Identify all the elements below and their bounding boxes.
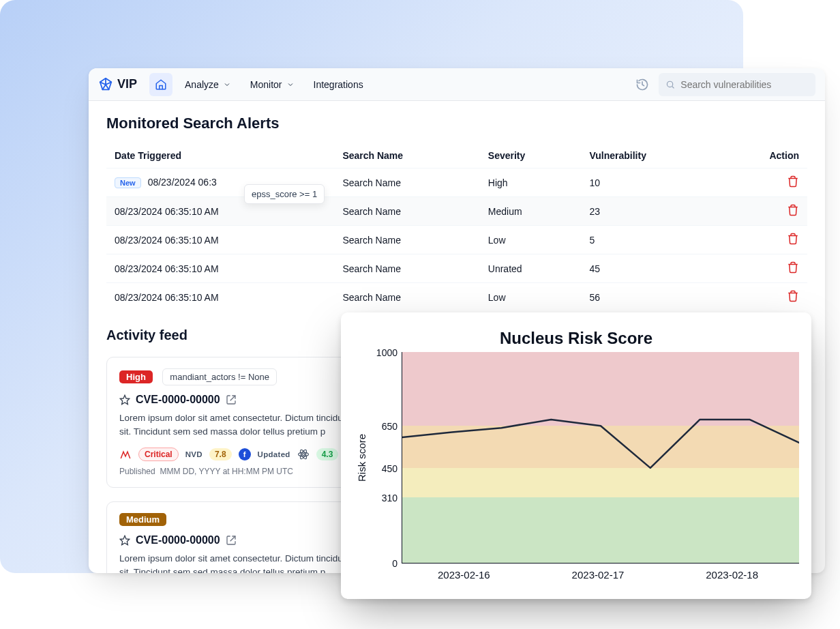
- search-icon: [665, 79, 675, 90]
- cell-severity: Low: [480, 226, 582, 254]
- external-link-icon[interactable]: [226, 394, 237, 405]
- col-date: Date Triggered: [106, 143, 334, 169]
- chart-ytick: 0: [392, 558, 397, 569]
- cell-vuln: 5: [581, 226, 720, 254]
- chevron-down-icon: [223, 81, 231, 89]
- svg-marker-7: [120, 536, 129, 544]
- page-title: Monitored Search Alerts: [106, 115, 807, 132]
- nvd-label: NVD: [185, 450, 202, 458]
- chart-xaxis: 2023-02-162023-02-172023-02-18: [353, 569, 799, 581]
- svg-point-0: [667, 81, 672, 87]
- search-input[interactable]: [680, 79, 809, 90]
- nav-analyze-label: Analyze: [185, 79, 219, 90]
- history-icon[interactable]: [635, 78, 649, 91]
- cell-date: 08/23/2024 06:35:10 AM: [106, 283, 334, 312]
- brand-logo: VIP: [98, 77, 137, 92]
- updated-label: Updated: [258, 450, 290, 458]
- cell-severity: Low: [480, 283, 582, 312]
- external-link-icon[interactable]: [226, 535, 237, 546]
- chart-ytick: 310: [382, 493, 397, 503]
- col-severity: Severity: [480, 143, 582, 169]
- chart-line: [402, 352, 799, 563]
- cell-date: 08/23/2024 06:35:10 AM: [106, 254, 334, 283]
- cell-severity: Unrated: [480, 254, 582, 283]
- alerts-table: Date Triggered Search Name Severity Vuln…: [106, 143, 807, 311]
- source-icon: f: [239, 448, 251, 460]
- chart-ytick: 650: [382, 421, 397, 432]
- cell-severity: High: [480, 169, 582, 197]
- chart-card: Nucleus Risk Score Risk score 0310450650…: [341, 312, 811, 599]
- green-score-pill: 4.3: [316, 448, 339, 460]
- chevron-down-icon: [286, 81, 295, 89]
- severity-pill: Medium: [119, 513, 166, 526]
- svg-marker-2: [120, 395, 129, 404]
- search-box[interactable]: [659, 73, 815, 96]
- col-name: Search Name: [334, 143, 479, 169]
- nav-integrations-label: Integrations: [314, 79, 363, 90]
- chart-ytick: 450: [382, 463, 397, 474]
- cell-date: 08/23/2024 06:3: [148, 177, 217, 188]
- cell-vuln: 56: [581, 283, 720, 312]
- trash-icon[interactable]: [787, 290, 799, 302]
- atom-icon: [297, 448, 310, 460]
- nav-monitor[interactable]: Monitor: [243, 74, 301, 96]
- table-row[interactable]: 08/23/2024 06:35:10 AM Search Name Low 5…: [106, 283, 807, 312]
- nvd-score-pill: 7.8: [209, 448, 232, 460]
- top-nav: VIP Analyze Monitor Integrations: [89, 68, 825, 101]
- cell-vuln: 23: [581, 197, 720, 226]
- chart-xtick: 2023-02-16: [438, 569, 490, 581]
- svg-point-4: [298, 452, 308, 456]
- cve-id[interactable]: CVE-0000-00000: [136, 394, 220, 406]
- cell-severity: Medium: [480, 197, 582, 226]
- cell-name: Search Name: [334, 197, 479, 226]
- nav-monitor-label: Monitor: [250, 79, 282, 90]
- table-row[interactable]: 08/23/2024 06:35:10 AM Search Name Mediu…: [106, 197, 807, 226]
- col-vuln: Vulnerability: [581, 143, 720, 169]
- home-icon: [155, 78, 167, 91]
- table-row[interactable]: New08/23/2024 06:3 Search Name High 10: [106, 169, 807, 197]
- chart-ytick: 1000: [376, 347, 397, 358]
- cell-date: 08/23/2024 06:35:10 AM: [106, 226, 334, 254]
- star-icon[interactable]: [119, 394, 130, 405]
- logo-icon: [98, 77, 113, 92]
- chart-title: Nucleus Risk Score: [353, 329, 799, 348]
- svg-line-1: [672, 86, 674, 88]
- cve-id[interactable]: CVE-0000-00000: [136, 534, 220, 546]
- nav-integrations[interactable]: Integrations: [307, 74, 370, 96]
- cell-name: Search Name: [334, 226, 479, 254]
- trash-icon[interactable]: [787, 261, 799, 274]
- home-button[interactable]: [149, 73, 172, 96]
- brand-name: VIP: [117, 77, 137, 91]
- trash-icon[interactable]: [787, 233, 799, 245]
- chart-plot-area: [402, 352, 799, 564]
- new-badge: New: [115, 177, 141, 188]
- search-tooltip: epss_score >= 1: [244, 184, 325, 204]
- chart-yaxis: 03104506501000: [370, 352, 402, 564]
- svg-point-3: [302, 453, 304, 455]
- severity-pill: High: [119, 370, 153, 383]
- chart-ylabel: Risk score: [353, 352, 370, 564]
- critical-pill: Critical: [138, 448, 179, 461]
- cell-vuln: 10: [581, 169, 720, 197]
- chart-xtick: 2023-02-17: [572, 569, 625, 581]
- cell-name: Search Name: [334, 283, 479, 312]
- mandiant-icon: [119, 448, 132, 460]
- activity-heading: Activity feed: [106, 327, 188, 343]
- col-action: Action: [720, 143, 807, 169]
- cell-vuln: 45: [581, 254, 720, 283]
- nav-analyze[interactable]: Analyze: [178, 74, 238, 96]
- table-row[interactable]: 08/23/2024 06:35:10 AM Search Name Low 5: [106, 226, 807, 254]
- cell-name: Search Name: [334, 169, 479, 197]
- star-icon[interactable]: [119, 535, 130, 546]
- filter-chip: mandiant_actors != None: [162, 368, 277, 385]
- chart-xtick: 2023-02-18: [706, 569, 758, 581]
- trash-icon[interactable]: [787, 175, 799, 188]
- trash-icon[interactable]: [787, 204, 799, 216]
- table-row[interactable]: 08/23/2024 06:35:10 AM Search Name Unrat…: [106, 254, 807, 283]
- cell-name: Search Name: [334, 254, 479, 283]
